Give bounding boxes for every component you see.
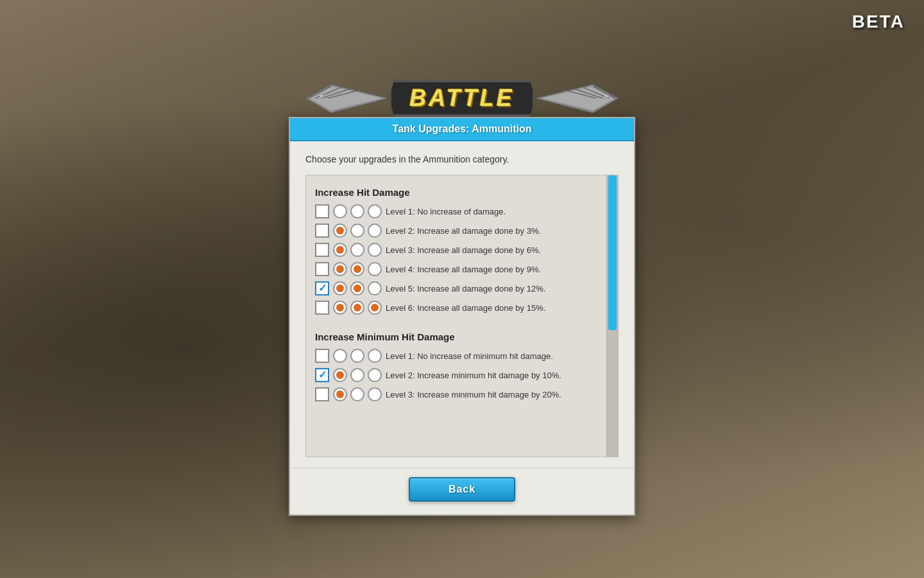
battle-title-box: BATTLE xyxy=(389,80,535,117)
dialog-container: BATTLE Tank Upgrades: Ammunition Choose … xyxy=(289,80,635,516)
radio-button[interactable] xyxy=(350,349,364,363)
radio-group xyxy=(333,262,382,276)
radio-button[interactable] xyxy=(333,243,347,257)
beta-badge: BETA xyxy=(852,12,905,32)
section-title-min-hit-damage: Increase Minimum Hit Damage xyxy=(315,331,597,342)
radio-group xyxy=(333,223,382,238)
row-label: Level 4: Increase all damage done by 9%. xyxy=(386,265,597,274)
radio-button[interactable] xyxy=(368,387,382,401)
radio-button[interactable] xyxy=(333,349,347,363)
dialog-body: Choose your upgrades in the Ammunition c… xyxy=(290,141,634,468)
checkmark-icon: ✓ xyxy=(318,370,327,380)
radio-button[interactable] xyxy=(350,243,364,257)
radio-group xyxy=(333,368,382,382)
radio-button[interactable] xyxy=(368,349,382,363)
row-checkbox[interactable] xyxy=(315,349,329,363)
row-checkbox-checked[interactable]: ✓ xyxy=(315,281,329,295)
upgrade-row: ✓ Level 5: Increase all damage done by 1… xyxy=(315,281,597,295)
back-button[interactable]: Back xyxy=(409,477,515,502)
left-wing-icon xyxy=(305,81,389,116)
row-label: Level 5: Increase all damage done by 12%… xyxy=(386,284,597,293)
radio-group xyxy=(333,349,382,363)
radio-button[interactable] xyxy=(333,262,347,276)
row-label: Level 2: Increase minimum hit damage by … xyxy=(386,371,597,380)
dialog-subtitle: Choose your upgrades in the Ammunition c… xyxy=(305,154,619,164)
radio-button[interactable] xyxy=(350,281,364,295)
radio-button[interactable] xyxy=(350,204,364,218)
dialog-title: Tank Upgrades: Ammunition xyxy=(393,123,532,134)
row-checkbox-checked[interactable]: ✓ xyxy=(315,368,329,382)
row-label: Level 6: Increase all damage done by 15%… xyxy=(386,303,597,313)
radio-button[interactable] xyxy=(350,301,364,315)
section-separator xyxy=(315,320,597,329)
radio-button[interactable] xyxy=(333,301,347,315)
battle-wings: BATTLE xyxy=(289,80,635,117)
radio-button[interactable] xyxy=(333,204,347,218)
row-checkbox[interactable] xyxy=(315,223,329,238)
upgrade-row: Level 2: Increase all damage done by 3%. xyxy=(315,223,597,238)
row-label: Level 1: No increase of minimum hit dama… xyxy=(386,351,597,361)
radio-button[interactable] xyxy=(333,387,347,401)
row-label: Level 3: Increase all damage done by 6%. xyxy=(386,245,597,255)
scrollbar[interactable] xyxy=(606,175,618,457)
row-checkbox[interactable] xyxy=(315,387,329,401)
radio-button[interactable] xyxy=(368,223,382,238)
checkmark-icon: ✓ xyxy=(318,283,327,293)
dialog-panel: Tank Upgrades: Ammunition Choose your up… xyxy=(289,117,635,516)
upgrades-content[interactable]: Increase Hit Damage Level 1: No increase… xyxy=(306,175,606,457)
radio-button[interactable] xyxy=(368,368,382,382)
row-label: Level 2: Increase all damage done by 3%. xyxy=(386,226,597,236)
radio-button[interactable] xyxy=(368,243,382,257)
row-checkbox[interactable] xyxy=(315,301,329,315)
upgrades-scroll-container: Increase Hit Damage Level 1: No increase… xyxy=(305,175,619,457)
upgrade-row: Level 3: Increase all damage done by 6%. xyxy=(315,243,597,257)
right-wing-icon xyxy=(535,81,619,116)
radio-group xyxy=(333,281,382,295)
radio-button[interactable] xyxy=(350,262,364,276)
upgrade-row: Level 3: Increase minimum hit damage by … xyxy=(315,387,597,401)
upgrade-row: Level 1: No increase of minimum hit dama… xyxy=(315,349,597,363)
radio-button[interactable] xyxy=(368,281,382,295)
upgrade-row: Level 1: No increase of damage. xyxy=(315,204,597,218)
radio-button[interactable] xyxy=(333,281,347,295)
row-label: Level 3: Increase minimum hit damage by … xyxy=(386,390,597,399)
section-title-hit-damage: Increase Hit Damage xyxy=(315,187,597,198)
upgrade-row: Level 4: Increase all damage done by 9%. xyxy=(315,262,597,276)
radio-button[interactable] xyxy=(350,223,364,238)
radio-button[interactable] xyxy=(350,387,364,401)
radio-group xyxy=(333,243,382,257)
radio-button[interactable] xyxy=(333,368,347,382)
battle-title: BATTLE xyxy=(409,85,514,111)
radio-button[interactable] xyxy=(333,223,347,238)
radio-button[interactable] xyxy=(368,262,382,276)
battle-banner: BATTLE xyxy=(289,80,635,117)
radio-button[interactable] xyxy=(350,368,364,382)
upgrade-row: Level 6: Increase all damage done by 15%… xyxy=(315,301,597,315)
radio-button[interactable] xyxy=(368,204,382,218)
radio-group xyxy=(333,204,382,218)
row-checkbox[interactable] xyxy=(315,262,329,276)
upgrade-row: ✓ Level 2: Increase minimum hit damage b… xyxy=(315,368,597,382)
row-checkbox[interactable] xyxy=(315,204,329,218)
radio-group xyxy=(333,387,382,401)
dialog-header: Tank Upgrades: Ammunition xyxy=(290,118,634,141)
radio-button[interactable] xyxy=(368,301,382,315)
radio-group xyxy=(333,301,382,315)
row-checkbox[interactable] xyxy=(315,243,329,257)
scrollbar-thumb[interactable] xyxy=(608,175,617,330)
row-label: Level 1: No increase of damage. xyxy=(386,207,597,216)
dialog-footer: Back xyxy=(290,468,634,514)
